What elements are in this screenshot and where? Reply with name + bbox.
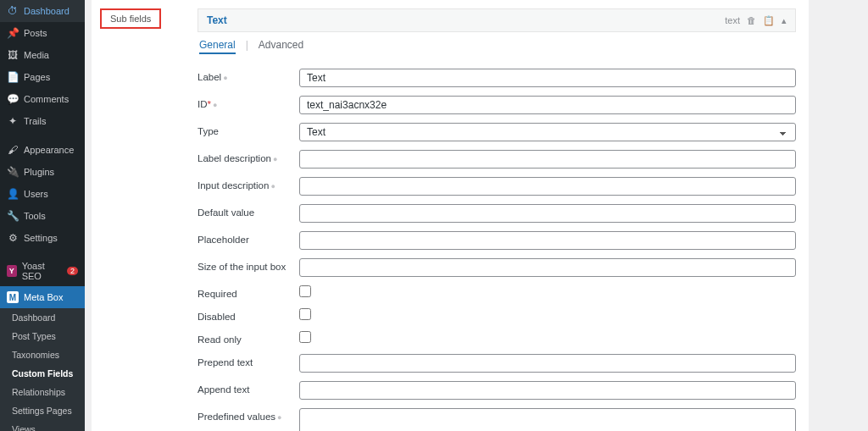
hint-icon: ● <box>270 182 275 191</box>
tab-advanced[interactable]: Advanced <box>259 39 303 54</box>
field-header[interactable]: Text text 🗑 📋 ▴ <box>198 8 796 32</box>
dashboard-icon: ⏱ <box>7 5 19 17</box>
prepend-input[interactable] <box>299 354 796 373</box>
metabox-submenu: Dashboard Post Types Taxonomies Custom F… <box>0 308 85 431</box>
hint-icon: ● <box>273 155 277 163</box>
duplicate-icon[interactable]: 📋 <box>763 15 775 26</box>
hint-icon: ● <box>277 413 281 422</box>
submenu-dashboard[interactable]: Dashboard <box>0 308 85 327</box>
field-type-tag: text <box>725 15 740 25</box>
label-readonly: Read only <box>198 334 242 345</box>
default-input[interactable] <box>299 204 796 223</box>
settings-icon: ⚙ <box>7 232 19 244</box>
input-desc-input[interactable] <box>299 177 796 196</box>
tab-divider: | <box>246 39 248 54</box>
id-input[interactable] <box>299 96 796 114</box>
comments-icon: 💬 <box>7 93 19 105</box>
placeholder-input[interactable] <box>299 231 796 250</box>
label-label: Label <box>198 72 221 82</box>
tools-icon: 🔧 <box>7 210 19 222</box>
sidebar-label: Media <box>24 50 49 60</box>
sidebar-item-media[interactable]: 🖼Media <box>0 44 85 66</box>
sidebar-label: Pages <box>24 72 50 82</box>
sidebar-item-pages[interactable]: 📄Pages <box>0 66 85 88</box>
readonly-checkbox[interactable] <box>299 331 311 343</box>
label-type: Type <box>198 126 219 136</box>
delete-icon[interactable]: 🗑 <box>747 15 756 25</box>
label-input[interactable] <box>299 69 796 87</box>
field-tabs: General | Advanced <box>198 32 796 61</box>
label-append: Append text <box>198 384 249 395</box>
hint-icon: ● <box>223 74 227 82</box>
tab-general[interactable]: General <box>199 39 236 54</box>
label-desc-input[interactable] <box>299 150 796 169</box>
main-content: Sub fields Text text 🗑 📋 ▴ General | Adv… <box>92 0 809 431</box>
append-input[interactable] <box>299 381 796 400</box>
sidebar-item-comments[interactable]: 💬Comments <box>0 88 85 110</box>
size-input[interactable] <box>299 258 796 277</box>
required-checkbox[interactable] <box>299 285 311 297</box>
left-column: Sub fields <box>92 0 193 431</box>
submenu-views[interactable]: Views <box>0 420 85 431</box>
sidebar-label: Dashboard <box>24 6 70 16</box>
submenu-settings-pages[interactable]: Settings Pages <box>0 401 85 420</box>
label-label-desc: Label description <box>198 153 271 163</box>
submenu-taxonomies[interactable]: Taxonomies <box>0 345 85 364</box>
notification-badge: 2 <box>67 267 78 275</box>
type-select[interactable]: Text <box>299 123 796 141</box>
plugins-icon: 🔌 <box>7 166 19 178</box>
label-placeholder: Placeholder <box>198 235 249 245</box>
sidebar-item-trails[interactable]: ✦Trails <box>0 110 85 132</box>
sidebar-item-posts[interactable]: 📌Posts <box>0 22 85 44</box>
sidebar-item-metabox[interactable]: MMeta Box <box>0 286 85 308</box>
sidebar-label: Users <box>24 189 48 199</box>
sidebar-item-users[interactable]: 👤Users <box>0 183 85 205</box>
sidebar-label: Comments <box>24 94 69 104</box>
field-header-title: Text <box>207 14 227 26</box>
submenu-relationships[interactable]: Relationships <box>0 383 85 401</box>
appearance-icon: 🖌 <box>7 144 19 156</box>
sidebar-item-yoast[interactable]: YYoast SEO2 <box>0 256 85 286</box>
label-id: ID <box>198 99 208 109</box>
yoast-icon: Y <box>7 265 17 277</box>
media-icon: 🖼 <box>7 49 19 61</box>
sidebar-item-appearance[interactable]: 🖌Appearance <box>0 139 85 161</box>
submenu-post-types[interactable]: Post Types <box>0 327 85 345</box>
label-disabled: Disabled <box>198 312 236 322</box>
field-form: Label● ID*● TypeText Label description● … <box>198 61 796 431</box>
predefined-textarea[interactable] <box>299 408 796 431</box>
sidebar-label: Tools <box>24 211 46 221</box>
sidebar-item-plugins[interactable]: 🔌Plugins <box>0 161 85 183</box>
admin-sidebar: ⏱Dashboard 📌Posts 🖼Media 📄Pages 💬Comment… <box>0 0 85 431</box>
label-input-desc: Input description <box>198 180 269 191</box>
sidebar-item-tools[interactable]: 🔧Tools <box>0 205 85 227</box>
sidebar-label: Plugins <box>24 167 54 177</box>
submenu-custom-fields[interactable]: Custom Fields <box>0 364 85 383</box>
posts-icon: 📌 <box>7 27 19 39</box>
required-marker: * <box>208 99 211 109</box>
label-predefined: Predefined values <box>198 412 275 422</box>
label-size: Size of the input box <box>198 262 286 272</box>
users-icon: 👤 <box>7 188 19 200</box>
collapse-icon[interactable]: ▴ <box>782 15 787 26</box>
sidebar-label: Posts <box>24 28 47 38</box>
hint-icon: ● <box>213 101 217 109</box>
sidebar-label: Appearance <box>24 145 74 155</box>
sidebar-label: Meta Box <box>24 292 63 302</box>
sidebar-label: Trails <box>24 116 46 126</box>
sidebar-item-settings[interactable]: ⚙Settings <box>0 227 85 249</box>
sidebar-label: Settings <box>24 233 58 243</box>
disabled-checkbox[interactable] <box>299 308 311 320</box>
metabox-icon: M <box>7 291 19 303</box>
sidebar-item-dashboard[interactable]: ⏱Dashboard <box>0 0 85 22</box>
sidebar-label: Yoast SEO <box>22 261 59 281</box>
trails-icon: ✦ <box>7 115 19 127</box>
pages-icon: 📄 <box>7 71 19 83</box>
sub-fields-heading: Sub fields <box>100 8 161 29</box>
label-prepend: Prepend text <box>198 357 253 367</box>
label-default: Default value <box>198 207 254 218</box>
label-required: Required <box>198 289 237 299</box>
field-editor: Text text 🗑 📋 ▴ General | Advanced Label… <box>193 0 809 431</box>
